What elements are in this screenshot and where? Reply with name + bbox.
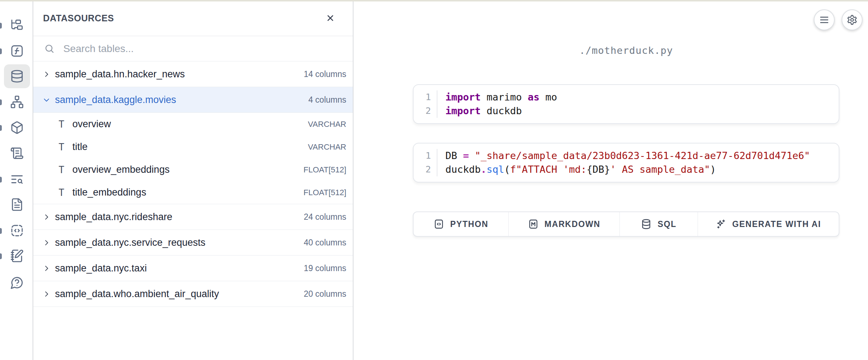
table-columns: T overview VARCHAR T title VARCHAR T ove… — [33, 113, 353, 204]
add-python-cell-button[interactable]: PYTHON — [414, 212, 509, 236]
code-text: import duckdb — [437, 104, 522, 118]
line-number: 1 — [414, 149, 437, 163]
notebook-menu-button[interactable] — [814, 9, 835, 30]
column-type: VARCHAR — [308, 142, 346, 152]
table-name: sample_data.nyc.service_requests — [55, 237, 304, 248]
table-row[interactable]: sample_data.hn.hacker_news 14 columns — [33, 61, 353, 87]
table-row[interactable]: sample_data.who.ambient_air_quality 20 c… — [33, 281, 353, 307]
code-cell[interactable]: 1import marimo as mo2import duckdb — [413, 84, 839, 124]
table-column-count: 20 columns — [304, 289, 346, 299]
notebook-pen-icon — [10, 249, 24, 263]
edge-mark — [0, 253, 2, 259]
function-square-icon — [10, 44, 24, 58]
file-text-icon — [10, 198, 24, 211]
chevron-down-icon — [43, 96, 55, 104]
markdown-square-icon — [528, 219, 539, 230]
code-line[interactable]: 1import marimo as mo — [414, 90, 839, 104]
notebook-filename[interactable]: ./motherduck.py — [413, 45, 839, 56]
column-type: FLOAT[512] — [304, 165, 346, 175]
sidebar-item-logs[interactable] — [4, 167, 30, 191]
table-list: sample_data.hn.hacker_news 14 columns sa… — [33, 61, 353, 307]
edge-mark — [0, 99, 2, 105]
text-type-icon: T — [59, 164, 72, 175]
panel-title: DATASOURCES — [43, 13, 114, 23]
window-top-strip — [0, 0, 868, 1]
column-type: FLOAT[512] — [304, 188, 346, 197]
sidebar-item-snippets[interactable] — [4, 219, 30, 243]
scroll-text-icon — [10, 146, 24, 160]
table-column-count: 14 columns — [304, 69, 346, 79]
column-name: title_embeddings — [72, 187, 304, 198]
button-label: GENERATE WITH AI — [732, 219, 821, 229]
table-column-count: 24 columns — [304, 212, 346, 222]
add-markdown-cell-button[interactable]: MARKDOWN — [509, 212, 620, 236]
sidebar-item-functions[interactable] — [4, 39, 30, 63]
gear-icon — [847, 14, 858, 25]
add-sql-cell-button[interactable]: SQL — [620, 212, 698, 236]
search-input[interactable] — [63, 43, 309, 55]
chevron-right-icon — [43, 290, 55, 298]
code-text: DB = "_share/sample_data/23b0d623-1361-4… — [437, 149, 810, 163]
code-line[interactable]: 1DB = "_share/sample_data/23b0d623-1361-… — [414, 149, 839, 163]
column-name: overview — [72, 119, 308, 130]
search-row — [33, 36, 353, 61]
edge-mark — [0, 177, 2, 183]
table-row[interactable]: sample_data.nyc.service_requests 40 colu… — [33, 230, 353, 256]
text-search-icon — [10, 172, 24, 186]
close-icon — [326, 13, 335, 23]
sidebar-item-scratchpad[interactable] — [4, 244, 30, 268]
database-icon — [641, 219, 652, 230]
sidebar-item-packages[interactable] — [4, 116, 30, 140]
sidebar-item-dependencies[interactable] — [4, 90, 30, 114]
table-row[interactable]: sample_data.kaggle.movies 4 columns — [33, 87, 353, 113]
table-column-count: 40 columns — [304, 238, 346, 248]
sparkles-icon — [716, 219, 727, 230]
text-type-icon: T — [59, 119, 72, 130]
table-name: sample_data.nyc.rideshare — [55, 211, 304, 223]
code-text: import marimo as mo — [437, 90, 557, 104]
chevron-right-icon — [43, 265, 55, 272]
edge-mark — [0, 23, 2, 29]
column-name: overview_embeddings — [72, 164, 304, 175]
search-icon — [44, 43, 55, 54]
line-number: 2 — [414, 104, 437, 118]
column-row[interactable]: T overview VARCHAR — [33, 113, 353, 136]
sidebar-item-outline[interactable] — [4, 141, 30, 165]
settings-button[interactable] — [842, 9, 863, 30]
code-text: duckdb.sql(f"ATTACH 'md:{DB}' AS sample_… — [437, 163, 716, 176]
column-row[interactable]: T overview_embeddings FLOAT[512] — [33, 158, 353, 181]
close-panel-button[interactable] — [323, 11, 338, 25]
column-type: VARCHAR — [308, 120, 346, 129]
edge-mark — [0, 228, 2, 234]
sidebar-item-files[interactable] — [4, 13, 30, 37]
sidebar-item-datasources[interactable] — [4, 64, 30, 88]
add-cell-toolbar: PYTHON MARKDOWN SQL GENERATE WITH AI — [413, 211, 839, 237]
edge-mark — [0, 125, 2, 131]
code-line[interactable]: 2import duckdb — [414, 104, 839, 118]
sidebar-item-help[interactable] — [4, 271, 30, 295]
code-snippet-icon — [10, 224, 24, 237]
code-line[interactable]: 2duckdb.sql(f"ATTACH 'md:{DB}' AS sample… — [414, 163, 839, 176]
chevron-right-icon — [43, 239, 55, 247]
button-label: MARKDOWN — [545, 219, 601, 229]
generate-with-ai-button[interactable]: GENERATE WITH AI — [698, 212, 839, 236]
table-name: sample_data.hn.hacker_news — [55, 69, 304, 80]
line-number: 1 — [414, 90, 437, 104]
notebook-main: ./motherduck.py 1import marimo as mo2imp… — [353, 0, 868, 360]
activity-iconbar — [0, 0, 33, 360]
code-cell[interactable]: 1DB = "_share/sample_data/23b0d623-1361-… — [413, 143, 839, 183]
column-name: title — [72, 141, 308, 153]
sidebar-item-documentation[interactable] — [4, 193, 30, 217]
table-name: sample_data.who.ambient_air_quality — [55, 288, 304, 300]
network-icon — [10, 95, 24, 109]
column-row[interactable]: T title_embeddings FLOAT[512] — [33, 181, 353, 204]
help-chat-icon — [10, 276, 24, 290]
text-type-icon: T — [59, 142, 72, 153]
column-row[interactable]: T title VARCHAR — [33, 136, 353, 158]
chevron-right-icon — [43, 70, 55, 78]
chevron-right-icon — [43, 213, 55, 221]
button-label: PYTHON — [450, 219, 488, 229]
table-row[interactable]: sample_data.nyc.taxi 19 columns — [33, 256, 353, 281]
hamburger-menu-icon — [819, 14, 830, 25]
table-row[interactable]: sample_data.nyc.rideshare 24 columns — [33, 204, 353, 230]
